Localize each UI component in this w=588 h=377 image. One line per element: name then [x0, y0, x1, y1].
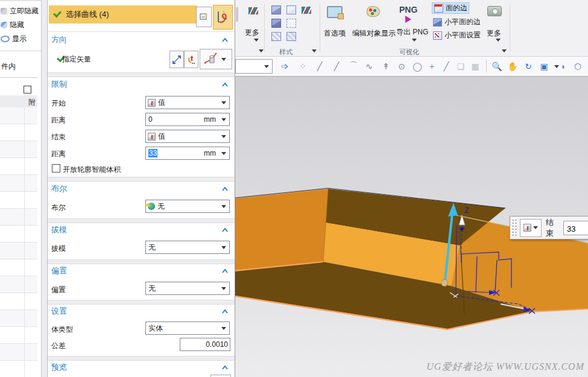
table-row[interactable] [0, 293, 37, 310]
export-png-button[interactable]: PNG 导出 PNG [397, 2, 428, 43]
curve-selection-bar[interactable]: 选择曲线 (4) [49, 5, 197, 24]
offset-combo[interactable]: 无 [145, 282, 230, 295]
shaded-edges-style-button[interactable] [271, 19, 281, 28]
section-title-limits[interactable]: 限制 [51, 79, 67, 90]
preferences-button[interactable]: 首选项 [324, 4, 345, 37]
table-row[interactable] [0, 209, 37, 226]
start-distance-field[interactable]: 0 mm [145, 113, 230, 126]
zoom-region-icon[interactable]: 🔍 [491, 61, 503, 72]
table-row[interactable] [0, 242, 37, 259]
dropdown-arrow-icon[interactable] [312, 49, 317, 52]
reverse-direction-button[interactable] [169, 51, 184, 68]
onscreen-input-toolbar[interactable]: 结束 [510, 216, 588, 239]
collapse-chevron-icon[interactable] [221, 81, 229, 87]
fit-view-icon[interactable]: ▣ [538, 61, 550, 72]
table-row[interactable] [0, 124, 37, 141]
spline-icon[interactable]: ∿ [363, 61, 375, 72]
more-right-button[interactable]: 更多 [484, 4, 505, 42]
navigator-checkbox[interactable] [24, 86, 31, 93]
dropdown-arrow-icon [254, 39, 259, 42]
table-row[interactable] [0, 192, 37, 209]
circle-icon[interactable]: ◯ [411, 61, 423, 72]
table-row[interactable] [0, 158, 37, 175]
table-row[interactable] [0, 361, 37, 377]
start-mode-combo[interactable]: 值 [145, 96, 230, 109]
wireframe-style-button[interactable] [286, 5, 296, 14]
table-row[interactable] [0, 141, 37, 158]
group-launcher-icon[interactable] [502, 49, 507, 52]
collapse-chevron-icon[interactable] [221, 308, 229, 314]
section-band [48, 218, 235, 223]
line2-icon[interactable]: ╱ [440, 61, 452, 72]
open-profile-checkbox[interactable] [52, 164, 60, 173]
selection-intent-button[interactable] [196, 7, 212, 27]
collapse-chevron-icon[interactable] [221, 268, 229, 274]
model-left-face[interactable] [235, 189, 328, 270]
table-row[interactable] [0, 310, 37, 327]
menu-item-hide-immediately[interactable]: 立即隐藏 [0, 4, 41, 17]
view-combo[interactable] [235, 59, 273, 74]
curve-rule-button[interactable] [213, 5, 233, 30]
line-point-icon[interactable]: ╱ [330, 61, 343, 72]
circle-center-icon[interactable]: ⊙ [396, 61, 408, 72]
preview-button-partial[interactable] [210, 375, 231, 377]
drag-grip[interactable] [512, 220, 518, 236]
datum-axis-icon[interactable]: ↟ [380, 61, 392, 72]
view-toolbar: ➩ ⁘ ╱ ╱ ⌒ ∿ ↟ ⊙ ◯ + ╱ ❏ ▦ 🔍 ✋ ↻ ▣ ◗ ⬡ [235, 57, 588, 77]
table-row[interactable] [0, 327, 37, 344]
section-title-preview[interactable]: 预览 [51, 362, 67, 373]
face-edges-toggle[interactable]: 面的边 [432, 2, 469, 14]
edit-object-display-button[interactable]: 编辑对象显示 [351, 4, 397, 37]
table-row[interactable] [0, 175, 37, 192]
collapse-chevron-icon[interactable] [221, 37, 229, 43]
partial-shaded-style-button[interactable] [286, 32, 296, 41]
line-icon[interactable]: ╱ [314, 61, 326, 72]
section-title-settings[interactable]: 设置 [51, 306, 67, 317]
body-type-combo[interactable]: 实体 [145, 322, 230, 335]
section-title-draft[interactable]: 拔模 [51, 224, 67, 235]
facet-settings-toggle[interactable]: 小平面设置 [433, 30, 484, 40]
point-set-icon[interactable]: ⁘ [297, 61, 309, 72]
vector-dialog-button[interactable] [184, 51, 198, 68]
section-title-offset[interactable]: 偏置 [51, 265, 67, 276]
section-title-direction[interactable]: 方向 [51, 34, 67, 45]
menu-item-show[interactable]: 显示 [0, 32, 41, 45]
limit-mode-button[interactable] [520, 219, 542, 237]
more-left-button[interactable]: 更多 [242, 5, 264, 42]
clipped-button-fragment [236, 7, 238, 22]
drag-handle-ball[interactable] [441, 280, 448, 287]
arc-icon[interactable]: ⌒ [347, 61, 359, 72]
tolerance-field[interactable]: 0.0010 [180, 338, 230, 351]
boolean-combo[interactable]: 无 [145, 200, 230, 213]
facet-edges-toggle[interactable]: 小平面的边 [433, 17, 484, 27]
shaded-cube-icon[interactable]: ⬡ [572, 61, 584, 72]
point-icon[interactable]: + [426, 61, 438, 72]
end-distance-value[interactable]: 33 [148, 149, 157, 157]
table-row[interactable] [0, 226, 37, 242]
shaded-style-button[interactable] [271, 5, 281, 14]
vector-constructor-button[interactable] [200, 49, 232, 69]
end-distance-input[interactable] [563, 221, 588, 235]
table-row[interactable] [0, 344, 37, 361]
menu-item-hide[interactable]: 隐藏 [0, 18, 41, 31]
collapse-chevron-icon[interactable] [221, 364, 229, 370]
group-launcher-icon[interactable] [259, 49, 264, 52]
navigator-column-header[interactable]: 附 [0, 95, 37, 108]
section-title-boolean[interactable]: 布尔 [51, 183, 67, 194]
draft-combo[interactable]: 无 [145, 241, 230, 254]
studio-style-icon[interactable] [302, 7, 311, 14]
end-distance-field[interactable]: 33 mm [145, 147, 230, 160]
hidden-edges-style-button[interactable] [286, 19, 296, 28]
table-row[interactable] [0, 107, 37, 124]
rotate-view-icon[interactable]: ↻ [522, 61, 534, 72]
table-row[interactable] [0, 276, 37, 293]
end-distance-label: 距离 [51, 149, 66, 159]
pan-icon[interactable]: ✋ [507, 61, 519, 72]
table-row[interactable] [0, 259, 37, 276]
forward-arrow-icon[interactable]: ➩ [279, 61, 291, 72]
collapse-chevron-icon[interactable] [221, 227, 229, 233]
face-analysis-style-button[interactable] [271, 32, 281, 41]
end-mode-combo[interactable]: 值 [145, 130, 230, 143]
clip-section-icon[interactable]: ◗ [557, 61, 569, 72]
collapse-chevron-icon[interactable] [221, 186, 229, 192]
